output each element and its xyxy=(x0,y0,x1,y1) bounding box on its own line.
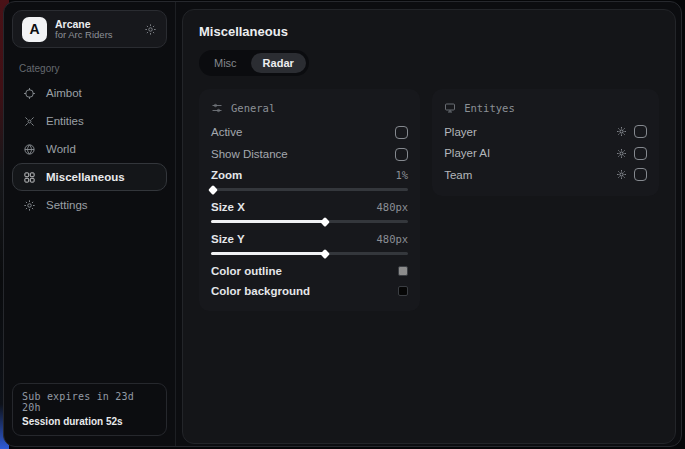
entities-card-title: Entityes xyxy=(464,102,515,114)
slider-thumb[interactable] xyxy=(320,217,330,227)
color-background-swatch[interactable] xyxy=(398,286,408,296)
size-y-slider[interactable] xyxy=(211,249,408,258)
sidebar-item-entities[interactable]: Entities xyxy=(12,107,167,135)
gear-icon xyxy=(23,199,36,212)
brand-text: Arcane for Arc Riders xyxy=(55,18,113,41)
slider-fill xyxy=(211,220,325,223)
player-checkbox[interactable] xyxy=(634,125,647,138)
entities-icon xyxy=(23,115,36,128)
sub-expires-text: Sub expires in 23d 20h xyxy=(22,391,157,413)
zoom-value: 1% xyxy=(396,169,409,181)
brand-card: A Arcane for Arc Riders xyxy=(12,10,167,48)
player-settings-gear-icon[interactable] xyxy=(616,126,627,137)
show-distance-checkbox[interactable] xyxy=(395,148,408,161)
slider-fill xyxy=(211,252,325,255)
sidebar-item-miscellaneous[interactable]: Miscellaneous xyxy=(12,163,167,191)
size-y-value: 480px xyxy=(377,233,409,245)
sidebar-item-aimbot[interactable]: Aimbot xyxy=(12,79,167,107)
tab-group: Misc Radar xyxy=(199,50,309,76)
team-checkbox[interactable] xyxy=(634,168,647,181)
grid-icon xyxy=(23,171,36,184)
page-title: Miscellaneous xyxy=(199,24,659,39)
zoom-slider[interactable] xyxy=(211,185,408,194)
main-panel: Miscellaneous Misc Radar General xyxy=(182,9,676,444)
sidebar-item-label: Miscellaneous xyxy=(46,171,125,183)
row-team: Team xyxy=(444,164,647,186)
active-label: Active xyxy=(211,126,242,138)
row-color-outline: Color outline xyxy=(211,261,408,281)
brand-subtitle: for Arc Riders xyxy=(55,30,113,41)
sidebar-item-world[interactable]: World xyxy=(12,135,167,163)
subscription-card: Sub expires in 23d 20h Session duration … xyxy=(12,383,167,436)
screen: A Arcane for Arc Riders Category xyxy=(0,0,685,449)
slider-thumb[interactable] xyxy=(320,249,330,259)
session-duration-text: Session duration 52s xyxy=(22,416,157,427)
player-ai-checkbox[interactable] xyxy=(634,147,647,160)
size-x-value: 480px xyxy=(377,201,409,213)
player-ai-settings-gear-icon[interactable] xyxy=(616,148,627,159)
row-player-ai: Player AI xyxy=(444,143,647,165)
active-checkbox[interactable] xyxy=(395,126,408,139)
row-active: Active xyxy=(211,121,408,143)
player-label: Player xyxy=(444,126,477,138)
row-size-x: Size X 480px xyxy=(211,197,408,217)
row-size-y: Size Y 480px xyxy=(211,229,408,249)
sidebar-item-settings[interactable]: Settings xyxy=(12,191,167,219)
slider-track[interactable] xyxy=(211,252,408,255)
sidebar-item-label: Aimbot xyxy=(46,87,82,99)
sliders-icon xyxy=(211,102,223,114)
globe-icon xyxy=(23,143,36,156)
crosshair-icon xyxy=(23,87,36,100)
color-background-label: Color background xyxy=(211,285,310,297)
sidebar-item-label: Settings xyxy=(46,199,88,211)
row-zoom: Zoom 1% xyxy=(211,165,408,185)
zoom-label: Zoom xyxy=(211,169,242,181)
size-x-slider[interactable] xyxy=(211,217,408,226)
app-window: A Arcane for Arc Riders Category xyxy=(3,1,682,447)
sidebar-item-label: Entities xyxy=(46,115,84,127)
size-y-label: Size Y xyxy=(211,233,245,245)
general-card-title: General xyxy=(231,102,275,114)
brand-logo: A xyxy=(22,17,47,42)
slider-track[interactable] xyxy=(211,188,408,191)
tab-misc[interactable]: Misc xyxy=(202,53,249,73)
slider-track[interactable] xyxy=(211,220,408,223)
sidebar-item-label: World xyxy=(46,143,76,155)
color-outline-swatch[interactable] xyxy=(398,266,408,276)
player-ai-label: Player AI xyxy=(444,147,490,159)
row-color-background: Color background xyxy=(211,281,408,301)
size-x-label: Size X xyxy=(211,201,245,213)
monitor-icon xyxy=(444,102,456,114)
row-show-distance: Show Distance xyxy=(211,143,408,165)
row-player: Player xyxy=(444,121,647,143)
brand-gear-icon[interactable] xyxy=(144,23,157,36)
team-label: Team xyxy=(444,169,472,181)
tab-radar[interactable]: Radar xyxy=(251,53,306,73)
show-distance-label: Show Distance xyxy=(211,148,288,160)
team-settings-gear-icon[interactable] xyxy=(616,169,627,180)
slider-thumb[interactable] xyxy=(208,185,218,195)
color-outline-label: Color outline xyxy=(211,265,282,277)
entities-card: Entityes Player xyxy=(432,89,659,196)
general-card: General Active Show Distance Zoom 1% xyxy=(199,89,420,311)
category-label: Category xyxy=(19,63,167,74)
sidebar: A Arcane for Arc Riders Category xyxy=(4,2,176,446)
brand-title: Arcane xyxy=(55,18,113,30)
